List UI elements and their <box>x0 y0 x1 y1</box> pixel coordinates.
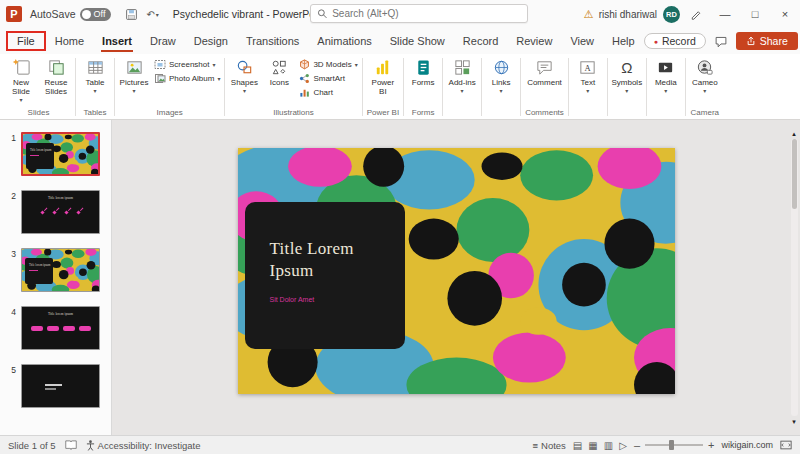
screenshot-button[interactable]: Screenshot ▾ <box>152 58 217 71</box>
save-button[interactable] <box>121 6 142 23</box>
slide-thumbnail-2[interactable]: Title lorem ipsum <box>21 190 100 234</box>
tab-view[interactable]: View <box>561 31 603 51</box>
spelling-book-icon[interactable] <box>65 440 77 450</box>
autosave-toggle[interactable]: AutoSave Off <box>30 8 111 21</box>
slide-indicator: Slide 1 of 5 <box>8 440 56 451</box>
reading-view-button[interactable]: ▥ <box>604 440 613 451</box>
comment-button[interactable]: Comment <box>524 57 564 88</box>
tab-design[interactable]: Design <box>185 31 237 51</box>
fit-slide-button[interactable] <box>780 440 792 450</box>
chart-button[interactable]: Chart <box>297 86 335 99</box>
zoom-in-button[interactable]: + <box>708 439 714 451</box>
ribbon-group-media: Media ▾ <box>649 55 683 119</box>
3d-models-button[interactable]: 3D Models ▾ <box>297 58 359 71</box>
thumbnail-title: Title lorem ipsum <box>29 264 51 268</box>
scroll-down-icon[interactable]: ▾ <box>792 418 796 425</box>
icons-button[interactable]: Icons <box>262 57 296 88</box>
smartart-button[interactable]: SmartArt <box>297 72 347 85</box>
notes-icon: ≡ <box>532 440 538 451</box>
slide-title[interactable]: Title Lorem Ipsum <box>270 238 393 283</box>
comment-bubble-icon <box>714 35 728 48</box>
accessibility-status[interactable]: Accessibility: Investigate <box>86 440 201 451</box>
photo-album-button[interactable]: Photo Album ▾ <box>152 72 222 85</box>
tab-transitions[interactable]: Transitions <box>237 31 308 51</box>
notes-button[interactable]: ≡ Notes <box>532 440 565 451</box>
add-ins-button[interactable]: Add-ins ▾ <box>445 57 479 95</box>
pictures-button[interactable]: Pictures ▾ <box>117 57 151 95</box>
slide-thumbnail-3[interactable]: Title lorem ipsum <box>21 248 100 292</box>
links-button[interactable]: Links ▾ <box>484 57 518 95</box>
add-ins-icon <box>453 58 472 77</box>
autosave-switch[interactable]: Off <box>80 8 112 21</box>
slide-thumbnail-4[interactable]: Title lorem ipsum <box>21 306 100 350</box>
tab-file[interactable]: File <box>6 31 46 51</box>
scrollbar-track[interactable] <box>791 139 798 416</box>
scrollbar-thumb[interactable] <box>792 139 797 209</box>
undo-button[interactable]: ↶ ▾ <box>142 7 162 22</box>
thumbnail-timeline <box>41 211 80 214</box>
slide-subtitle[interactable]: Sit Dolor Amet <box>270 296 393 303</box>
accessibility-icon <box>86 440 95 451</box>
group-separator <box>114 58 115 116</box>
tab-slide-show[interactable]: Slide Show <box>381 31 454 51</box>
search-box[interactable] <box>310 4 528 23</box>
record-dot-icon: ● <box>654 38 658 45</box>
tab-review[interactable]: Review <box>507 31 561 51</box>
text-button[interactable]: A Text ▾ <box>571 57 605 95</box>
zoom-slider[interactable] <box>645 444 703 446</box>
tab-draw[interactable]: Draw <box>141 31 185 51</box>
autosave-label: AutoSave <box>30 8 76 20</box>
button-label: Cameo <box>692 78 718 87</box>
scroll-up-icon[interactable]: ▴ <box>792 130 796 137</box>
slide-title-box[interactable]: Title Lorem Ipsum Sit Dolor Amet <box>245 202 405 349</box>
zoom-slider-thumb[interactable] <box>669 440 674 450</box>
tab-record[interactable]: Record <box>454 31 507 51</box>
maximize-button[interactable]: □ <box>740 0 770 28</box>
close-button[interactable]: × <box>770 0 800 28</box>
slide-canvas[interactable]: Title Lorem Ipsum Sit Dolor Amet <box>238 148 675 394</box>
slide-thumbnail-5[interactable] <box>21 364 100 408</box>
smartart-icon <box>299 73 310 84</box>
pen-button[interactable] <box>690 8 702 20</box>
table-button[interactable]: Table ▾ <box>78 57 112 95</box>
document-title: Psychedelic vibrant - PowerPoint <box>173 8 327 20</box>
group-separator <box>646 58 647 116</box>
button-label: Shapes <box>231 78 258 87</box>
ribbon-group-forms: Forms Forms <box>406 55 440 119</box>
vertical-scrollbar[interactable]: ▴ ▾ <box>789 130 799 425</box>
avatar[interactable]: RD <box>663 6 680 23</box>
group-separator <box>481 58 482 116</box>
button-label: Text <box>580 78 595 87</box>
forms-button[interactable]: Forms <box>406 57 440 88</box>
cameo-button[interactable]: Cameo ▾ <box>688 57 722 95</box>
share-button[interactable]: Share <box>736 32 798 50</box>
tab-animations[interactable]: Animations <box>308 31 380 51</box>
new-slide-button[interactable]: New Slide ▾ <box>4 57 38 104</box>
slide-number: 5 <box>6 364 16 408</box>
thumbnail-content: Title lorem ipsum <box>22 307 99 349</box>
search-input[interactable] <box>332 8 521 19</box>
group-label-tables: Tables <box>81 108 108 119</box>
minimize-button[interactable]: — <box>710 0 740 28</box>
comments-button[interactable] <box>714 35 728 48</box>
normal-view-button[interactable]: ▤ <box>573 440 582 451</box>
slide-number: 4 <box>6 306 16 350</box>
media-button[interactable]: Media ▾ <box>649 57 683 95</box>
reuse-slides-button[interactable]: Reuse Slides <box>39 57 73 97</box>
tab-help[interactable]: Help <box>603 31 644 51</box>
slide-thumbnail-1[interactable]: Title lorem ipsum <box>21 132 100 176</box>
media-icon <box>656 58 675 77</box>
record-button[interactable]: ● Record <box>644 33 706 49</box>
user-name[interactable]: rishi dhariwal <box>599 9 657 20</box>
chevron-down-icon: ▾ <box>19 97 22 103</box>
tab-insert[interactable]: Insert <box>93 31 141 51</box>
shapes-button[interactable]: Shapes ▾ <box>227 57 261 95</box>
symbols-button[interactable]: Ω Symbols ▾ <box>610 57 644 95</box>
ribbon-group-links: Links ▾ <box>484 55 518 119</box>
slideshow-view-button[interactable]: ▷ <box>619 440 627 451</box>
share-icon <box>746 36 756 46</box>
power-bi-button[interactable]: Power BI <box>366 57 400 97</box>
slide-sorter-view-button[interactable]: ▦ <box>588 440 597 451</box>
zoom-out-button[interactable]: – <box>634 439 640 451</box>
tab-home[interactable]: Home <box>46 31 93 51</box>
